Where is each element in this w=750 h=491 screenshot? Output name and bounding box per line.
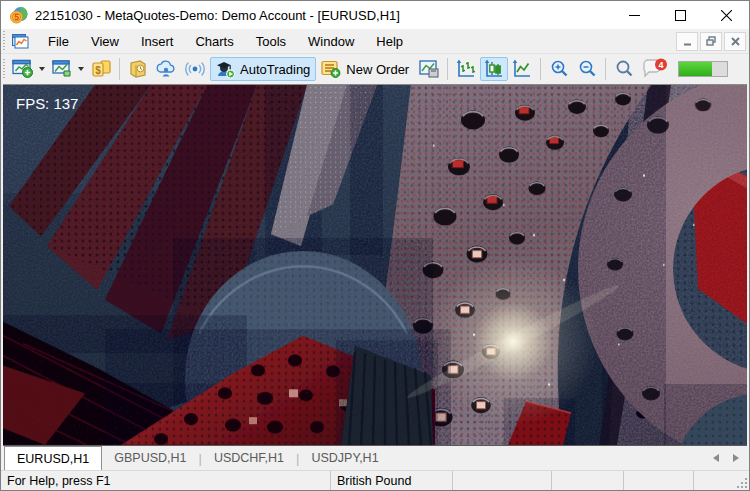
minimize-button[interactable] xyxy=(611,1,657,29)
application-window: 5 22151030 - MetaQuotes-Demo: Demo Accou… xyxy=(0,0,750,491)
toolbar-separator xyxy=(447,58,448,80)
menu-view[interactable]: View xyxy=(80,30,130,53)
signals-icon xyxy=(183,59,207,79)
tab-scroll-right-icon[interactable] xyxy=(733,454,739,462)
app-icon-digit: 5 xyxy=(14,12,19,22)
tab-label: GBPUSD,H1 xyxy=(114,451,186,465)
menu-insert[interactable]: Insert xyxy=(130,30,185,53)
fps-counter: FPS: 137 xyxy=(16,95,78,112)
menu-bar: File View Insert Charts Tools Window Hel… xyxy=(1,29,749,54)
toolbar-grip[interactable] xyxy=(2,59,7,79)
templates-button[interactable] xyxy=(415,57,443,81)
status-bar: For Help, press F1 British Pound xyxy=(1,470,749,490)
chart-tab-bar: EURUSD,H1 GBPUSD,H1 | USDCHF,H1 | USDJPY… xyxy=(1,446,749,470)
market-watch-button[interactable]: $ xyxy=(87,57,115,81)
cloud-icon xyxy=(155,59,177,79)
search-button[interactable] xyxy=(610,57,638,81)
new-chart-dropdown-caret xyxy=(39,67,45,71)
toolbar-separator xyxy=(119,58,120,80)
chat-bubble-icon: 4 xyxy=(641,58,669,80)
close-icon xyxy=(721,10,732,21)
toolbar-separator xyxy=(605,58,606,80)
search-icon xyxy=(613,59,635,79)
chart-3d-scene[interactable]: FPS: 137 xyxy=(3,85,747,445)
autotrading-label: AutoTrading xyxy=(240,62,313,77)
svg-text:$: $ xyxy=(95,65,101,76)
maximize-button[interactable] xyxy=(657,1,703,29)
autotrading-button[interactable]: AutoTrading xyxy=(210,57,316,81)
status-empty-cell xyxy=(552,471,624,490)
autotrading-expert-icon xyxy=(213,59,237,79)
menu-charts[interactable]: Charts xyxy=(184,30,244,53)
tab-gbpusd-h1[interactable]: GBPUSD,H1 xyxy=(102,446,198,470)
chart-area[interactable]: FPS: 137 xyxy=(3,84,747,446)
line-chart-icon xyxy=(511,59,533,79)
profiles-dropdown-caret xyxy=(78,67,84,71)
mdi-restore-icon xyxy=(706,36,716,46)
tab-usdjpy-h1[interactable]: USDJPY,H1 xyxy=(299,446,390,470)
status-empty-cell xyxy=(453,471,552,490)
mdi-close-icon xyxy=(731,37,740,46)
line-chart-button[interactable] xyxy=(508,57,536,81)
chat-button[interactable]: 4 xyxy=(638,57,672,81)
zoom-out-button[interactable] xyxy=(573,57,601,81)
mdi-restore-button[interactable] xyxy=(700,32,722,51)
menu-tools[interactable]: Tools xyxy=(245,30,297,53)
close-button[interactable] xyxy=(703,1,749,29)
window-title: 22151030 - MetaQuotes-Demo: Demo Account… xyxy=(35,8,400,23)
maximize-icon xyxy=(675,10,686,21)
new-order-label: New Order xyxy=(346,62,412,77)
new-order-icon xyxy=(319,59,343,79)
new-chart-button[interactable] xyxy=(9,57,48,81)
zoom-in-button[interactable] xyxy=(545,57,573,81)
profiles-icon xyxy=(51,59,73,79)
menu-help[interactable]: Help xyxy=(365,30,414,53)
status-empty-cell xyxy=(624,471,694,490)
mdi-close-button[interactable] xyxy=(724,32,746,51)
zoom-out-icon xyxy=(576,59,598,79)
candlestick-chart-button[interactable] xyxy=(480,57,508,81)
new-chart-icon xyxy=(12,59,34,79)
profiles-button[interactable] xyxy=(48,57,87,81)
history-center-button[interactable] xyxy=(124,57,152,81)
history-book-icon xyxy=(127,59,149,79)
title-bar[interactable]: 5 22151030 - MetaQuotes-Demo: Demo Accou… xyxy=(1,1,749,29)
new-order-button[interactable]: New Order xyxy=(316,57,415,81)
mdi-minimize-button[interactable] xyxy=(676,32,698,51)
chat-badge-count: 4 xyxy=(659,60,664,70)
menu-window[interactable]: Window xyxy=(297,30,365,53)
cloud-button[interactable] xyxy=(152,57,180,81)
status-help-text: For Help, press F1 xyxy=(1,471,331,490)
market-watch-icon: $ xyxy=(90,59,112,79)
menubar-grip[interactable] xyxy=(2,31,7,51)
tab-label: USDCHF,H1 xyxy=(214,451,284,465)
bar-chart-button[interactable] xyxy=(452,57,480,81)
minimize-icon xyxy=(629,10,640,21)
tab-scroll-left-icon[interactable] xyxy=(713,454,719,462)
tab-usdchf-h1[interactable]: USDCHF,H1 xyxy=(202,446,296,470)
tab-eurusd-h1[interactable]: EURUSD,H1 xyxy=(4,446,102,470)
zoom-in-icon xyxy=(548,59,570,79)
tab-label: EURUSD,H1 xyxy=(17,452,89,466)
connection-status-bar xyxy=(678,61,728,77)
connection-status-fill xyxy=(679,62,712,76)
candlestick-chart-icon xyxy=(483,59,505,79)
toolbar-separator xyxy=(540,58,541,80)
standard-toolbar: $ xyxy=(1,54,749,84)
bar-chart-icon xyxy=(455,59,477,79)
resize-grip[interactable] xyxy=(694,471,749,490)
signals-button[interactable] xyxy=(180,57,210,81)
tab-label: USDJPY,H1 xyxy=(311,451,378,465)
menu-file[interactable]: File xyxy=(37,30,80,53)
resize-grip-dots xyxy=(745,486,747,488)
chart-window-icon xyxy=(12,34,29,49)
status-symbol-name: British Pound xyxy=(331,471,453,490)
metatrader-app-icon: 5 xyxy=(10,6,28,24)
templates-icon xyxy=(418,59,440,79)
mdi-minimize-icon xyxy=(683,37,692,46)
